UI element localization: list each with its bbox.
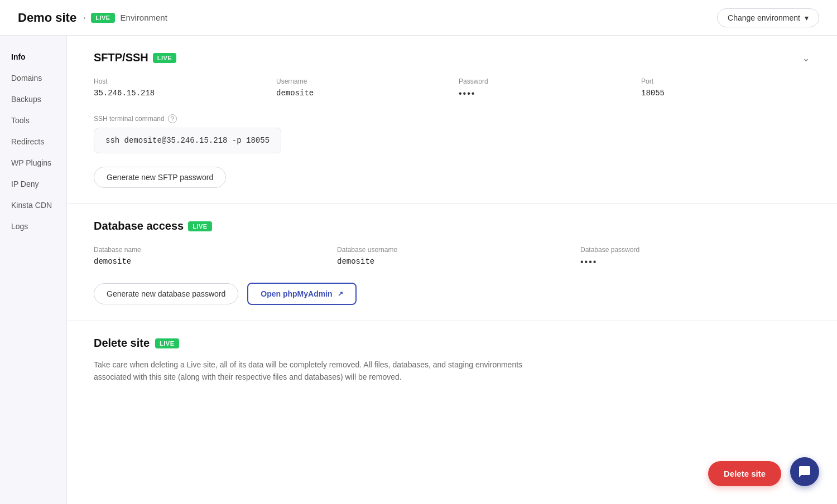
database-live-badge: LIVE	[188, 221, 211, 231]
sidebar-item-redirects[interactable]: Redirects	[0, 132, 66, 152]
sftp-password-value: ••••	[459, 89, 628, 99]
change-environment-button[interactable]: Change environment ▾	[717, 8, 819, 27]
sftp-port-field: Port 18055	[641, 77, 810, 99]
generate-database-password-button[interactable]: Generate new database password	[94, 283, 238, 304]
chat-icon	[798, 465, 811, 478]
sftp-username-value: demosite	[276, 89, 445, 98]
content-inner: SFTP/SSH LIVE ⌄ Host 35.246.15.218 Usern…	[67, 36, 837, 504]
sidebar-item-info[interactable]: Info	[0, 47, 66, 67]
ssh-command-row: SSH terminal command ? ssh demosite@35.2…	[94, 114, 810, 153]
sftp-port-value: 18055	[641, 89, 810, 98]
sidebar: Info Domains Backups Tools Redirects WP …	[0, 36, 67, 504]
environment-label: Environment	[121, 13, 167, 22]
delete-title-row: Delete site LIVE	[94, 337, 810, 350]
database-info-grid: Database name demosite Database username…	[94, 246, 810, 267]
sftp-host-label: Host	[94, 77, 263, 85]
sidebar-item-ip-deny[interactable]: IP Deny	[0, 174, 66, 194]
external-link-icon: ↗	[338, 290, 343, 298]
database-section: Database access LIVE Database name demos…	[67, 204, 837, 321]
live-badge-header: LIVE	[91, 13, 114, 23]
database-name-field: Database name demosite	[94, 246, 324, 267]
sftp-collapse-button[interactable]: ⌄	[802, 52, 810, 64]
sidebar-item-logs[interactable]: Logs	[0, 216, 66, 236]
delete-live-badge: LIVE	[155, 338, 179, 348]
delete-section: Delete site LIVE Take care when deleting…	[67, 321, 837, 399]
main-layout: Info Domains Backups Tools Redirects WP …	[0, 36, 837, 504]
database-password-field: Database password ••••	[580, 246, 810, 267]
top-header: Demo site › LIVE Environment Change envi…	[0, 0, 837, 36]
site-title: Demo site	[18, 11, 76, 25]
sftp-info-grid: Host 35.246.15.218 Username demosite Pas…	[94, 77, 810, 99]
chat-fab[interactable]	[790, 457, 819, 486]
app-wrapper: Demo site › LIVE Environment Change envi…	[0, 0, 837, 504]
chevron-icon: ›	[83, 14, 85, 22]
db-username-label: Database username	[337, 246, 567, 254]
sftp-live-badge: LIVE	[153, 53, 176, 63]
change-env-label: Change environment	[728, 13, 800, 22]
db-username-value: demosite	[337, 257, 567, 266]
chevron-down-icon: ▾	[805, 13, 809, 22]
database-section-title: Database access	[94, 220, 184, 232]
phpmyadmin-label: Open phpMyAdmin	[261, 289, 332, 298]
database-section-header: Database access LIVE	[94, 220, 810, 232]
sidebar-item-kinsta-cdn[interactable]: Kinsta CDN	[0, 195, 66, 215]
sftp-password-field: Password ••••	[459, 77, 628, 99]
sftp-section: SFTP/SSH LIVE ⌄ Host 35.246.15.218 Usern…	[67, 36, 837, 204]
database-title-row: Database access LIVE	[94, 220, 212, 232]
delete-section-title: Delete site	[94, 337, 150, 350]
ssh-command-box: ssh demosite@35.246.15.218 -p 18055	[94, 128, 281, 153]
generate-sftp-password-button[interactable]: Generate new SFTP password	[94, 167, 226, 188]
ssh-help-icon[interactable]: ?	[168, 114, 177, 123]
sidebar-item-backups[interactable]: Backups	[0, 89, 66, 109]
sftp-port-label: Port	[641, 77, 810, 85]
open-phpmyadmin-button[interactable]: Open phpMyAdmin ↗	[247, 283, 356, 305]
sftp-username-label: Username	[276, 77, 445, 85]
db-name-value: demosite	[94, 257, 324, 266]
delete-description: Take care when deleting a Live site, all…	[94, 358, 529, 384]
sftp-host-value: 35.246.15.218	[94, 89, 263, 98]
sftp-username-field: Username demosite	[276, 77, 445, 99]
sftp-title-row: SFTP/SSH LIVE	[94, 51, 176, 64]
db-password-label: Database password	[580, 246, 810, 254]
db-name-label: Database name	[94, 246, 324, 254]
ssh-terminal-label: SSH terminal command	[94, 115, 165, 123]
database-btn-row: Generate new database password Open phpM…	[94, 283, 810, 305]
sftp-section-title: SFTP/SSH	[94, 51, 148, 64]
db-password-value: ••••	[580, 257, 810, 267]
sftp-section-header: SFTP/SSH LIVE ⌄	[94, 51, 810, 64]
sidebar-item-tools[interactable]: Tools	[0, 110, 66, 130]
database-username-field: Database username demosite	[337, 246, 567, 267]
header-left: Demo site › LIVE Environment	[18, 11, 167, 25]
sftp-password-label: Password	[459, 77, 628, 85]
sftp-host-field: Host 35.246.15.218	[94, 77, 263, 99]
sidebar-item-wp-plugins[interactable]: WP Plugins	[0, 153, 66, 173]
delete-site-button[interactable]: Delete site	[708, 461, 781, 486]
ssh-label-row: SSH terminal command ?	[94, 114, 810, 123]
content-area: SFTP/SSH LIVE ⌄ Host 35.246.15.218 Usern…	[67, 36, 837, 504]
sidebar-item-domains[interactable]: Domains	[0, 68, 66, 88]
